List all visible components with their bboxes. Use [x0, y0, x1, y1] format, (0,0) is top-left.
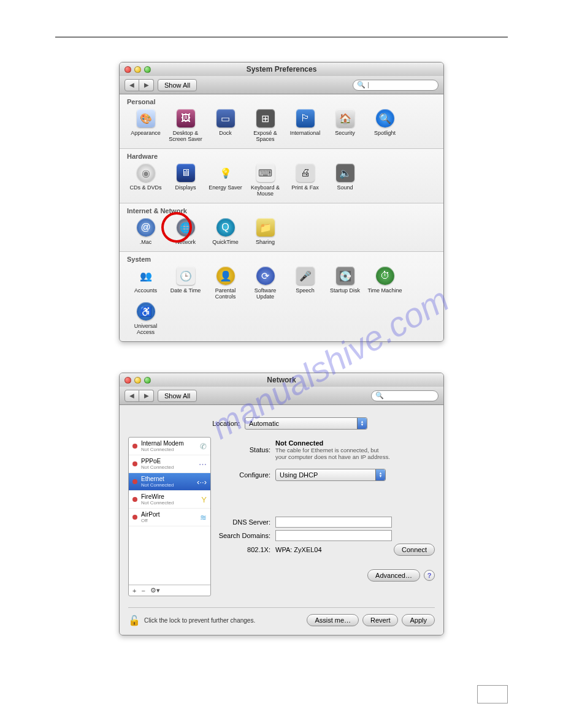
help-button[interactable]: ?: [424, 570, 435, 581]
pref-appearance[interactable]: 🎨Appearance: [126, 108, 166, 143]
configure-select[interactable]: Using DHCP ▲▼: [275, 469, 386, 481]
appearance-icon: 🎨: [137, 109, 155, 127]
service-pppoe[interactable]: PPPoENot Connected ⋯: [129, 455, 210, 473]
status-hint: The cable for Ethernet is connected, but: [275, 447, 390, 453]
parental-icon: 👤: [216, 267, 235, 285]
speaker-icon: 🔈: [336, 164, 354, 182]
back-button[interactable]: ◀: [124, 390, 139, 402]
desktop-icon: 🖼: [177, 109, 195, 127]
advanced-button[interactable]: Advanced…: [367, 569, 420, 582]
section-heading: Hardware: [127, 153, 437, 160]
close-icon[interactable]: [124, 66, 131, 73]
add-service-button[interactable]: +: [132, 587, 136, 594]
accounts-icon: 👥: [137, 267, 155, 285]
zoom-icon[interactable]: [144, 66, 151, 73]
status-hint: your computer does not have an IP addres…: [275, 453, 390, 460]
search-input[interactable]: 🔍: [353, 80, 439, 91]
forward-button[interactable]: ▶: [139, 390, 154, 402]
action-gear-button[interactable]: ⚙▾: [150, 586, 160, 594]
service-ethernet[interactable]: EthernetNot Connected ‹··›: [129, 473, 210, 491]
pref-spotlight[interactable]: 🔍Spotlight: [365, 108, 405, 143]
search-icon: 🔍: [357, 81, 366, 89]
status-dot-icon: [132, 479, 137, 484]
zoom-icon[interactable]: [144, 377, 151, 384]
section-hardware: Hardware ◉CDs & DVDs 🖥Displays 💡Energy S…: [120, 149, 443, 203]
status-dot-icon: [132, 461, 137, 466]
timemachine-icon: ⏱: [376, 267, 394, 285]
8021x-label: 802.1X:: [217, 546, 275, 553]
pref-desktop[interactable]: 🖼Desktop & Screen Saver: [166, 108, 205, 143]
toolbar: ◀ ▶ Show All 🔍: [120, 387, 443, 405]
pref-speech[interactable]: 🎤Speech: [285, 265, 325, 301]
page-top-rule: [55, 37, 508, 37]
service-firewire[interactable]: FireWireNot Connected Y: [129, 491, 210, 509]
close-icon[interactable]: [124, 377, 131, 384]
pref-sound[interactable]: 🔈Sound: [325, 162, 365, 198]
minimize-icon[interactable]: [134, 377, 141, 384]
bulb-icon: 💡: [216, 164, 235, 182]
lock-text: Click the lock to prevent further change…: [144, 617, 255, 624]
disk-icon: 💽: [336, 267, 354, 285]
service-internal-modem[interactable]: Internal ModemNot Connected ✆: [129, 438, 210, 455]
forward-button[interactable]: ▶: [139, 79, 154, 91]
revert-button[interactable]: Revert: [362, 614, 398, 626]
pref-dotmac[interactable]: @.Mac: [126, 217, 166, 246]
connect-button[interactable]: Connect: [394, 544, 435, 556]
pref-parental[interactable]: 👤Parental Controls: [205, 265, 245, 301]
status-dot-icon: [132, 444, 137, 449]
pref-displays[interactable]: 🖥Displays: [166, 162, 205, 198]
chevron-updown-icon: ▲▼: [357, 418, 367, 429]
dns-input[interactable]: [275, 517, 392, 528]
search-domains-input[interactable]: [275, 530, 392, 541]
pref-energy[interactable]: 💡Energy Saver: [205, 162, 245, 198]
status-dot-icon: [132, 515, 137, 520]
search-icon: 🔍: [375, 392, 384, 400]
minimize-icon[interactable]: [134, 66, 141, 73]
apply-button[interactable]: Apply: [402, 614, 435, 626]
section-system: System 👥Accounts 🕒Date & Time 👤Parental …: [120, 252, 443, 341]
keyboard-icon: ⌨: [256, 164, 275, 182]
lock-icon[interactable]: 🔓: [128, 615, 140, 626]
remove-service-button[interactable]: −: [141, 587, 145, 594]
location-label: Location:: [196, 420, 245, 427]
mic-icon: 🎤: [296, 267, 315, 285]
8021x-value: WPA: ZyXEL04: [275, 546, 394, 553]
service-airport[interactable]: AirPortOff ≋: [129, 509, 210, 526]
window-title: Network: [120, 376, 443, 384]
pref-universal-access[interactable]: ♿Universal Access: [126, 301, 166, 336]
pref-sharing[interactable]: 📁Sharing: [245, 217, 285, 246]
back-button[interactable]: ◀: [124, 79, 139, 91]
search-input[interactable]: 🔍: [371, 390, 439, 401]
pref-accounts[interactable]: 👥Accounts: [126, 265, 166, 301]
configure-label: Configure:: [217, 471, 275, 479]
firewire-icon: Y: [201, 495, 207, 504]
pref-security[interactable]: 🏠Security: [325, 108, 365, 143]
show-all-button[interactable]: Show All: [158, 390, 197, 402]
pref-cds-dvds[interactable]: ◉CDs & DVDs: [126, 162, 166, 198]
pref-date-time[interactable]: 🕒Date & Time: [166, 265, 205, 301]
show-all-button[interactable]: Show All: [158, 79, 197, 91]
section-heading: Personal: [127, 98, 437, 105]
pref-keyboard-mouse[interactable]: ⌨Keyboard & Mouse: [245, 162, 285, 198]
update-icon: ⟳: [256, 267, 275, 285]
assist-me-button[interactable]: Assist me…: [307, 614, 359, 626]
pref-software-update[interactable]: ⟳Software Update: [245, 265, 285, 301]
pref-dock[interactable]: ▭Dock: [205, 108, 245, 143]
pref-startup-disk[interactable]: 💽Startup Disk: [325, 265, 365, 301]
pref-expose[interactable]: ⊞Exposé & Spaces: [245, 108, 285, 143]
international-icon: 🏳: [296, 109, 315, 127]
titlebar: System Preferences: [120, 63, 443, 76]
ethernet-icon: ‹··›: [197, 477, 207, 487]
toolbar: ◀ ▶ Show All 🔍: [120, 76, 443, 94]
pref-time-machine[interactable]: ⏱Time Machine: [365, 265, 405, 301]
pref-quicktime[interactable]: QQuickTime: [205, 217, 245, 246]
pref-print-fax[interactable]: 🖨Print & Fax: [285, 162, 325, 198]
dock-icon: ▭: [216, 109, 235, 127]
location-select[interactable]: Automatic ▲▼: [245, 417, 367, 430]
pref-international[interactable]: 🏳International: [285, 108, 325, 143]
quicktime-icon: Q: [216, 218, 235, 237]
security-icon: 🏠: [336, 109, 354, 127]
system-preferences-window: System Preferences ◀ ▶ Show All 🔍 Person…: [119, 62, 444, 342]
search-domains-label: Search Domains:: [217, 532, 275, 539]
network-window: Network ◀ ▶ Show All 🔍 Location: Automat…: [119, 373, 444, 635]
